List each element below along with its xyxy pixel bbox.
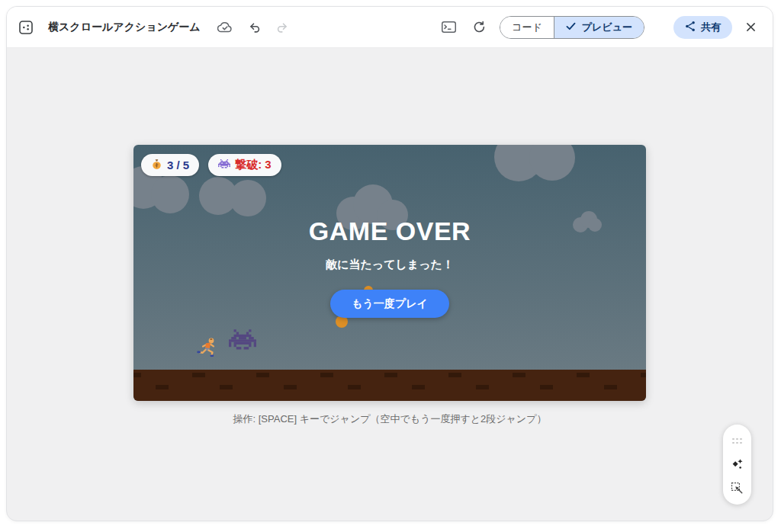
coins-badge: 3 / 5 xyxy=(141,154,199,176)
game-hud: 3 / 5 xyxy=(141,154,281,176)
game-ground xyxy=(133,370,646,401)
game-over-overlay: GAME OVER 敵に当たってしまった！ もう一度プレイ xyxy=(133,218,646,318)
tab-preview-label: プレビュー xyxy=(582,21,632,34)
sparkle-icon[interactable] xyxy=(726,454,749,476)
close-icon[interactable] xyxy=(744,21,757,34)
game-canvas[interactable]: 3 / 5 xyxy=(133,145,646,401)
game-over-message: 敵に当たってしまった！ xyxy=(326,258,454,272)
coins-count: 3 / 5 xyxy=(167,159,189,171)
money-bag-icon xyxy=(151,159,162,172)
floating-toolbar xyxy=(723,425,751,505)
tab-code-label: コード xyxy=(512,21,542,34)
top-bar-right: コード プレビュー 共有 xyxy=(440,16,757,39)
undo-button[interactable] xyxy=(247,20,262,35)
refresh-icon[interactable] xyxy=(471,19,487,35)
check-icon xyxy=(566,21,576,33)
cloud-done-icon xyxy=(216,20,235,34)
tab-preview[interactable]: プレビュー xyxy=(554,17,644,38)
app-window: 横スクロールアクションゲーム コード xyxy=(6,6,773,521)
share-button[interactable]: 共有 xyxy=(673,16,732,39)
top-bar-left: 横スクロールアクションゲーム xyxy=(18,19,290,36)
invader-icon xyxy=(218,159,230,171)
game-over-title: GAME OVER xyxy=(309,218,471,244)
kills-badge: 撃破: 3 xyxy=(208,154,281,176)
runner-icon xyxy=(195,335,220,363)
document-title: 横スクロールアクションゲーム xyxy=(48,21,201,34)
drag-handle-icon[interactable] xyxy=(726,431,749,452)
redo-button[interactable] xyxy=(275,20,290,35)
console-icon[interactable] xyxy=(440,20,458,34)
controls-caption: 操作: [SPACE] キーでジャンプ（空中でもう一度押すと2段ジャンプ） xyxy=(7,412,773,426)
retry-button[interactable]: もう一度プレイ xyxy=(330,290,449,318)
artifact-icon xyxy=(18,19,34,36)
kills-count: 撃破: 3 xyxy=(235,158,272,172)
invader-icon xyxy=(229,329,256,355)
select-element-icon[interactable] xyxy=(726,478,749,499)
tab-code[interactable]: コード xyxy=(500,17,554,38)
top-bar: 横スクロールアクションゲーム コード xyxy=(7,7,773,48)
view-toggle: コード プレビュー xyxy=(500,16,644,39)
share-label: 共有 xyxy=(701,21,721,34)
share-icon xyxy=(685,21,696,34)
preview-area: 3 / 5 xyxy=(7,48,773,521)
